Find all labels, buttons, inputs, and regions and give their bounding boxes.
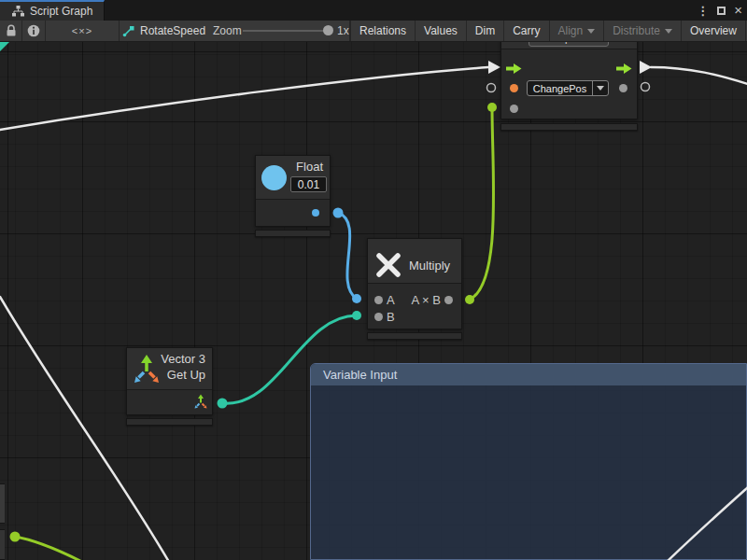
chevron-down-icon xyxy=(665,29,672,34)
zoom-slider[interactable] xyxy=(243,30,327,32)
node-multiply[interactable]: Multiply A A × B B xyxy=(367,238,462,329)
breadcrumb-label: RotateSpeed xyxy=(140,24,205,37)
zoom-value: 1x xyxy=(337,24,349,37)
node-footer xyxy=(126,418,213,426)
port-a-label: A xyxy=(387,293,395,307)
tab-label: Script Graph xyxy=(30,5,92,18)
graph-title-dropdown[interactable]: Graph xyxy=(529,42,609,47)
wire-white-in xyxy=(0,67,488,130)
wire-end-dot-green[interactable] xyxy=(487,103,497,112)
zoom-label: Zoom xyxy=(213,24,242,37)
node-graph-unit[interactable]: <> Graph ChangePos xyxy=(500,42,638,119)
maximize-icon[interactable] xyxy=(717,7,726,15)
wire-multiply-to-graph xyxy=(470,107,494,300)
node-title: Vector 3 xyxy=(161,352,205,366)
distribute-button[interactable]: Distribute xyxy=(604,21,682,41)
graph-toolbar: <×> RotateSpeed Zoom 1x Relations Values… xyxy=(0,21,747,42)
float-value-input[interactable] xyxy=(290,176,327,192)
offscreen-node-footer xyxy=(0,529,5,560)
changepos-dropdown[interactable]: ChangePos xyxy=(527,80,609,96)
graph-code-icon: <> xyxy=(510,42,521,45)
tab-script-graph[interactable]: Script Graph xyxy=(0,0,105,21)
port-a-input[interactable] xyxy=(374,296,383,304)
code-view-button[interactable]: <×> xyxy=(46,21,119,41)
empty-port-circle[interactable] xyxy=(641,83,650,91)
node-footer xyxy=(500,123,638,131)
node-title: Float xyxy=(296,160,323,174)
node-footer xyxy=(255,230,331,237)
port-orange[interactable] xyxy=(510,84,518,92)
graph-hierarchy-icon xyxy=(12,6,24,17)
canvas-corner-marker xyxy=(0,42,9,51)
info-icon xyxy=(27,24,40,37)
port-output[interactable] xyxy=(619,84,627,92)
wire-end-dot-blue[interactable] xyxy=(352,294,361,303)
tab-bar: Script Graph ⋮ × xyxy=(0,0,747,21)
lock-icon xyxy=(6,24,17,37)
info-button[interactable] xyxy=(22,21,45,41)
vector3-arrows-icon xyxy=(132,353,162,386)
wire-end-dot-green[interactable] xyxy=(10,532,21,542)
script-graph-window: Script Graph ⋮ × <×> xyxy=(0,0,747,560)
flow-arrow-out-icon[interactable] xyxy=(616,63,632,75)
wire-end-dot-blue[interactable] xyxy=(333,208,344,218)
wire-white-diagonal xyxy=(0,297,169,560)
dim-button[interactable]: Dim xyxy=(467,21,504,41)
multiply-x-icon xyxy=(375,253,402,277)
offscreen-node-sliver[interactable] xyxy=(0,483,5,524)
vector3-port-icon[interactable] xyxy=(192,393,209,410)
port-input[interactable] xyxy=(510,105,518,113)
close-icon[interactable]: × xyxy=(734,6,742,15)
wire-green-bottom xyxy=(15,537,80,560)
port-result-output[interactable] xyxy=(444,296,453,304)
node-float[interactable]: Float xyxy=(255,155,331,227)
flow-arrowhead-in xyxy=(488,61,500,74)
node-vector3-get-up[interactable]: Vector 3 Get Up xyxy=(126,347,213,415)
zoom-handle[interactable] xyxy=(323,25,333,35)
graph-canvas[interactable]: Variable Input xyxy=(0,42,747,560)
port-b-input[interactable] xyxy=(374,313,383,321)
float-circle-icon xyxy=(261,165,287,190)
carry-button[interactable]: Carry xyxy=(504,21,549,41)
values-button[interactable]: Values xyxy=(416,21,467,41)
lock-button[interactable] xyxy=(0,21,21,41)
port-b-label: B xyxy=(387,310,395,324)
window-menu-icon[interactable]: ⋮ xyxy=(697,4,709,18)
node-subtitle: Get Up xyxy=(167,368,205,382)
wire-end-dot-teal[interactable] xyxy=(218,399,228,409)
port-result-label: A × B xyxy=(412,293,441,307)
flow-arrowhead-out xyxy=(640,61,652,74)
wire-end-dot-teal[interactable] xyxy=(352,311,361,320)
wire-white-out xyxy=(651,67,747,84)
wire-end-dot-green[interactable] xyxy=(465,295,474,304)
wire-float-to-multiply xyxy=(338,213,357,299)
overview-button[interactable]: Overview xyxy=(682,21,746,41)
chevron-down-icon xyxy=(587,29,595,34)
port-float-output[interactable] xyxy=(312,209,319,217)
node-title: Multiply xyxy=(409,259,450,273)
wire-vector3-to-multiply xyxy=(222,315,357,403)
relations-button[interactable]: Relations xyxy=(350,21,416,41)
code-brackets-icon: <×> xyxy=(72,25,92,36)
flow-arrow-in-icon[interactable] xyxy=(506,63,522,75)
graph-breadcrumb-icon xyxy=(122,25,134,37)
node-footer xyxy=(367,332,462,340)
chevron-down-icon xyxy=(597,86,604,91)
empty-port-circle[interactable] xyxy=(487,84,496,92)
wire-white-corner xyxy=(667,487,747,560)
breadcrumb[interactable]: RotateSpeed xyxy=(122,21,205,41)
align-button[interactable]: Align xyxy=(550,21,605,41)
